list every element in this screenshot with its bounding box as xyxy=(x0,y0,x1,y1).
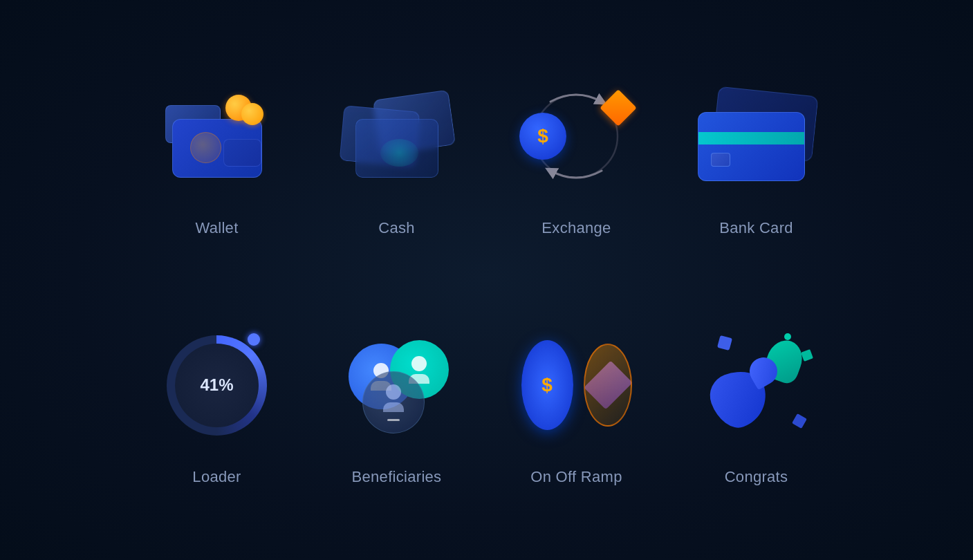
icon-cell-wallet: Wallet xyxy=(141,31,293,280)
icon-cell-loader: 41% Loader xyxy=(141,280,293,529)
exchange-dollar: $ xyxy=(519,113,566,160)
bankcard-front xyxy=(698,112,805,181)
wallet-icon xyxy=(165,95,269,178)
icon-wrap-exchange: $ xyxy=(515,74,639,198)
cash-card3 xyxy=(355,119,438,178)
icon-wrap-bankcard xyxy=(694,74,819,198)
onoff-oval-orange xyxy=(584,344,632,427)
icon-wrap-cash xyxy=(335,74,459,198)
bankcard-label: Bank Card xyxy=(719,219,793,237)
loader-accent-dot xyxy=(248,333,260,346)
congrats-icon xyxy=(698,330,815,440)
congrats-label: Congrats xyxy=(725,468,788,486)
wallet-body xyxy=(172,119,262,178)
cash-icon xyxy=(342,95,452,178)
bene-divider xyxy=(387,419,400,421)
exchange-label: Exchange xyxy=(541,219,611,237)
loader-inner: 41% xyxy=(175,344,259,427)
congrats-square1 xyxy=(716,335,732,351)
loader-icon: 41% xyxy=(162,330,272,440)
loader-ring: 41% xyxy=(167,335,267,436)
wallet-circle xyxy=(190,132,221,163)
onoff-oval-blue: $ xyxy=(521,340,573,430)
congrats-square2 xyxy=(801,349,813,362)
icon-wrap-onofframp: $ xyxy=(515,323,639,447)
icon-wrap-congrats xyxy=(694,323,819,447)
bene-person3 xyxy=(383,384,404,421)
icon-wrap-loader: 41% xyxy=(155,323,279,447)
bene-circle-dark xyxy=(362,371,425,433)
icon-grid: Wallet Cash xyxy=(141,31,833,529)
wallet-pocket xyxy=(223,139,261,167)
icon-cell-onofframp: $ On Off Ramp xyxy=(501,280,653,529)
congrats-square3 xyxy=(792,413,807,429)
cash-teal xyxy=(380,139,418,167)
loader-label: Loader xyxy=(192,468,241,486)
wallet-coin2 xyxy=(241,103,263,125)
exchange-icon: $ xyxy=(516,81,637,192)
bankcard-icon xyxy=(698,91,815,181)
bene-body3 xyxy=(383,402,404,412)
icon-wrap-beneficiaries xyxy=(335,323,459,447)
icon-cell-cash: Cash xyxy=(321,31,473,280)
congrats-dot xyxy=(784,333,791,340)
congrats-horn xyxy=(712,351,781,427)
beneficiaries-icon xyxy=(338,330,456,440)
onofframp-icon: $ xyxy=(515,330,639,440)
icon-cell-exchange: $ Exchange xyxy=(501,31,653,280)
icon-cell-congrats: Congrats xyxy=(680,280,833,529)
wallet-label: Wallet xyxy=(195,219,238,237)
cash-label: Cash xyxy=(378,219,415,237)
loader-percent: 41% xyxy=(200,375,233,395)
icon-wrap-wallet xyxy=(155,74,279,198)
onofframp-label: On Off Ramp xyxy=(530,468,622,486)
bene-head2 xyxy=(411,356,427,371)
bankcard-stripe xyxy=(698,132,804,144)
bankcard-chip xyxy=(711,153,730,167)
icon-cell-beneficiaries: Beneficiaries xyxy=(321,280,473,529)
beneficiaries-label: Beneficiaries xyxy=(352,468,442,486)
bene-head3 xyxy=(386,384,401,400)
icon-cell-bankcard: Bank Card xyxy=(680,31,833,280)
